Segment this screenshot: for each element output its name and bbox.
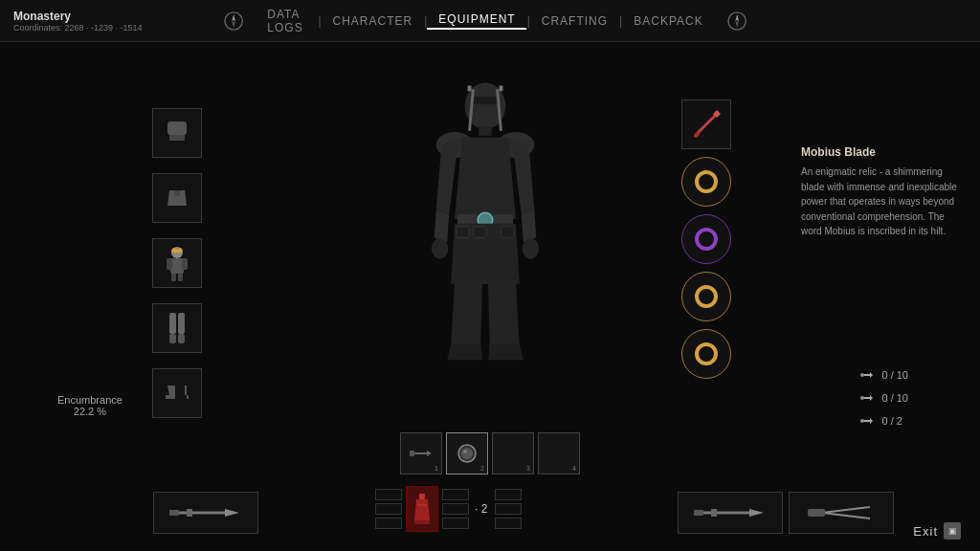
svg-marker-65 <box>749 509 764 517</box>
svg-point-26 <box>432 238 448 258</box>
svg-rect-31 <box>500 86 503 92</box>
bottom-left-weapon[interactable] <box>153 492 258 534</box>
svg-rect-46 <box>414 520 430 524</box>
svg-rect-16 <box>178 313 185 334</box>
sub-slot-fr1 <box>495 489 522 500</box>
quick-slot-4[interactable]: 4 <box>538 432 580 474</box>
svg-marker-59 <box>870 395 873 401</box>
svg-rect-15 <box>169 313 176 334</box>
quick-slot-1-num: 1 <box>434 465 438 472</box>
ring-2-icon <box>691 224 722 254</box>
slot-boots-icon <box>162 380 192 407</box>
svg-rect-7 <box>169 135 177 141</box>
slot-legs[interactable] <box>152 303 202 353</box>
svg-point-60 <box>860 396 864 400</box>
quick-slots: 1 2 3 4 <box>400 432 580 474</box>
svg-rect-37 <box>187 509 192 517</box>
svg-line-69 <box>822 513 870 518</box>
main-content: Encumbrance 22.2 % 1 <box>0 42 980 551</box>
svg-point-52 <box>697 230 716 249</box>
ammo-icon-1 <box>858 367 874 383</box>
weapon-icon-right <box>692 499 768 526</box>
ring-slot-weapon[interactable] <box>681 99 731 149</box>
svg-rect-66 <box>711 509 717 517</box>
svg-point-43 <box>461 448 473 459</box>
svg-rect-6 <box>167 121 187 135</box>
slot-legs-icon <box>162 311 192 345</box>
flask-area: · 2 <box>375 486 522 532</box>
compass-icon <box>221 8 246 34</box>
left-equipment-slots <box>148 104 206 422</box>
svg-rect-21 <box>479 126 492 136</box>
nav-item-crafting[interactable]: CRAFTING <box>530 14 619 28</box>
small-char-icon <box>163 245 191 281</box>
slot-head-icon <box>162 118 192 148</box>
sub-slot-r2 <box>442 503 469 515</box>
svg-rect-38 <box>169 510 179 516</box>
svg-marker-2 <box>232 21 235 28</box>
ring-slot-3[interactable] <box>681 272 731 321</box>
item-description: Mobius Blade An enigmatic relic - a shim… <box>801 145 959 239</box>
quick-slot-2[interactable]: 2 <box>446 432 488 474</box>
flask-count: · 2 <box>475 502 487 516</box>
svg-point-51 <box>697 172 716 191</box>
location-name: Monastery <box>13 10 143 23</box>
quick-slot-1[interactable]: 1 <box>400 432 442 474</box>
svg-rect-17 <box>169 334 176 343</box>
svg-rect-10 <box>170 258 184 274</box>
nav-item-equipment[interactable]: EQUIPMENT <box>427 12 526 30</box>
weapon-icon-right-2 <box>803 499 880 526</box>
ring-slot-1[interactable] <box>681 157 731 207</box>
ammo-section: 0 / 10 0 / 10 0 / 2 <box>858 367 908 429</box>
sub-slot-fr2 <box>495 503 522 515</box>
svg-rect-13 <box>171 274 176 281</box>
quick-slot-3[interactable]: 3 <box>492 432 534 474</box>
svg-point-53 <box>697 287 716 306</box>
right-weapon-slot-2[interactable] <box>789 492 894 534</box>
svg-rect-20 <box>471 97 499 104</box>
slot-character-small[interactable] <box>152 238 202 288</box>
svg-point-57 <box>860 373 864 377</box>
sub-slot-r3 <box>442 518 469 529</box>
sub-slots-far-right <box>495 489 522 529</box>
location-coords: Coordinates: 2268 · -1239 · -1514 <box>13 23 143 33</box>
exit-icon: ▣ <box>944 522 961 540</box>
slot-head[interactable] <box>152 108 202 158</box>
left-weapon-slot[interactable] <box>153 492 258 534</box>
svg-point-63 <box>860 419 864 423</box>
slot-chest[interactable] <box>152 173 202 223</box>
exit-label: Exit <box>913 524 938 539</box>
quick-slot-3-num: 3 <box>526 465 530 472</box>
svg-rect-29 <box>468 86 472 92</box>
quick-slot-1-icon <box>409 441 434 466</box>
svg-point-27 <box>523 238 539 258</box>
weapon-icon-left <box>167 499 244 526</box>
sub-slot-3 <box>375 518 402 529</box>
ammo-row-1: 0 / 10 <box>858 367 908 383</box>
flask-slot[interactable] <box>406 486 438 532</box>
right-weapon-slot[interactable] <box>678 492 783 534</box>
sub-slots-left <box>375 489 402 529</box>
svg-marker-5 <box>735 21 739 28</box>
ring-1-icon <box>691 166 722 197</box>
ammo-2-text: 0 / 10 <box>881 392 908 404</box>
svg-point-44 <box>463 450 467 453</box>
nav-item-character[interactable]: CHARACTER <box>322 14 425 28</box>
ring-slot-4[interactable] <box>681 329 731 379</box>
encumbrance: Encumbrance 22.2 % <box>57 394 122 417</box>
slot-boots[interactable] <box>152 368 202 418</box>
flask-icon <box>412 492 432 526</box>
svg-rect-8 <box>177 135 185 141</box>
ring-slot-2[interactable] <box>681 214 731 264</box>
ring-slots <box>681 99 731 379</box>
exit-button[interactable]: Exit ▣ <box>913 522 961 540</box>
svg-rect-34 <box>501 227 514 238</box>
svg-rect-41 <box>410 451 414 456</box>
sub-slot-r1 <box>442 489 469 500</box>
svg-point-54 <box>697 344 716 364</box>
ring-4-icon <box>691 339 722 369</box>
svg-marker-1 <box>232 13 235 20</box>
nav-center: DATA LOGS | CHARACTER | EQUIPMENT | CRAF… <box>221 8 759 34</box>
nav-item-data-logs[interactable]: DATA LOGS <box>256 8 318 34</box>
nav-item-backpack[interactable]: BACKPACK <box>622 14 714 28</box>
